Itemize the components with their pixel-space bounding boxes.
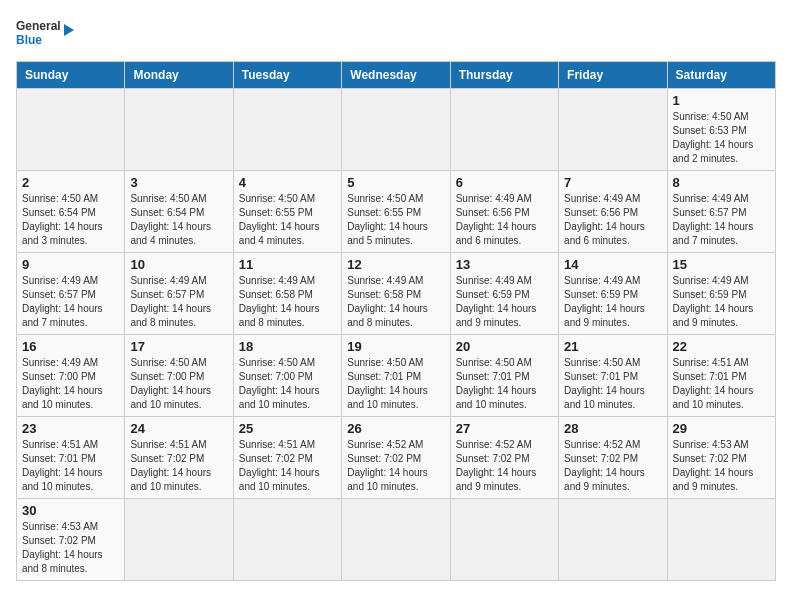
day-cell bbox=[667, 499, 775, 581]
day-number: 30 bbox=[22, 503, 119, 518]
day-info: Sunrise: 4:51 AM Sunset: 7:01 PM Dayligh… bbox=[673, 356, 770, 412]
day-cell: 14Sunrise: 4:49 AM Sunset: 6:59 PM Dayli… bbox=[559, 253, 667, 335]
day-number: 8 bbox=[673, 175, 770, 190]
day-info: Sunrise: 4:52 AM Sunset: 7:02 PM Dayligh… bbox=[347, 438, 444, 494]
day-info: Sunrise: 4:49 AM Sunset: 6:59 PM Dayligh… bbox=[564, 274, 661, 330]
day-cell: 27Sunrise: 4:52 AM Sunset: 7:02 PM Dayli… bbox=[450, 417, 558, 499]
day-info: Sunrise: 4:50 AM Sunset: 6:54 PM Dayligh… bbox=[22, 192, 119, 248]
weekday-header-saturday: Saturday bbox=[667, 62, 775, 89]
day-info: Sunrise: 4:53 AM Sunset: 7:02 PM Dayligh… bbox=[22, 520, 119, 576]
day-cell bbox=[559, 89, 667, 171]
day-cell: 2Sunrise: 4:50 AM Sunset: 6:54 PM Daylig… bbox=[17, 171, 125, 253]
day-cell: 8Sunrise: 4:49 AM Sunset: 6:57 PM Daylig… bbox=[667, 171, 775, 253]
svg-marker-2 bbox=[64, 24, 74, 36]
day-number: 6 bbox=[456, 175, 553, 190]
day-cell: 16Sunrise: 4:49 AM Sunset: 7:00 PM Dayli… bbox=[17, 335, 125, 417]
day-cell: 24Sunrise: 4:51 AM Sunset: 7:02 PM Dayli… bbox=[125, 417, 233, 499]
week-row-0: 1Sunrise: 4:50 AM Sunset: 6:53 PM Daylig… bbox=[17, 89, 776, 171]
calendar-table: SundayMondayTuesdayWednesdayThursdayFrid… bbox=[16, 61, 776, 581]
week-row-4: 23Sunrise: 4:51 AM Sunset: 7:01 PM Dayli… bbox=[17, 417, 776, 499]
day-cell: 22Sunrise: 4:51 AM Sunset: 7:01 PM Dayli… bbox=[667, 335, 775, 417]
day-info: Sunrise: 4:50 AM Sunset: 7:01 PM Dayligh… bbox=[564, 356, 661, 412]
day-info: Sunrise: 4:50 AM Sunset: 7:01 PM Dayligh… bbox=[347, 356, 444, 412]
day-info: Sunrise: 4:49 AM Sunset: 6:58 PM Dayligh… bbox=[347, 274, 444, 330]
day-number: 10 bbox=[130, 257, 227, 272]
day-cell: 1Sunrise: 4:50 AM Sunset: 6:53 PM Daylig… bbox=[667, 89, 775, 171]
day-number: 11 bbox=[239, 257, 336, 272]
week-row-2: 9Sunrise: 4:49 AM Sunset: 6:57 PM Daylig… bbox=[17, 253, 776, 335]
day-info: Sunrise: 4:51 AM Sunset: 7:01 PM Dayligh… bbox=[22, 438, 119, 494]
day-number: 21 bbox=[564, 339, 661, 354]
day-number: 20 bbox=[456, 339, 553, 354]
day-number: 27 bbox=[456, 421, 553, 436]
day-info: Sunrise: 4:53 AM Sunset: 7:02 PM Dayligh… bbox=[673, 438, 770, 494]
day-cell: 13Sunrise: 4:49 AM Sunset: 6:59 PM Dayli… bbox=[450, 253, 558, 335]
day-info: Sunrise: 4:50 AM Sunset: 6:55 PM Dayligh… bbox=[239, 192, 336, 248]
svg-text:General: General bbox=[16, 19, 61, 33]
day-number: 26 bbox=[347, 421, 444, 436]
day-cell bbox=[125, 89, 233, 171]
day-info: Sunrise: 4:50 AM Sunset: 7:00 PM Dayligh… bbox=[130, 356, 227, 412]
day-cell: 17Sunrise: 4:50 AM Sunset: 7:00 PM Dayli… bbox=[125, 335, 233, 417]
week-row-3: 16Sunrise: 4:49 AM Sunset: 7:00 PM Dayli… bbox=[17, 335, 776, 417]
day-number: 16 bbox=[22, 339, 119, 354]
day-info: Sunrise: 4:51 AM Sunset: 7:02 PM Dayligh… bbox=[130, 438, 227, 494]
day-cell: 26Sunrise: 4:52 AM Sunset: 7:02 PM Dayli… bbox=[342, 417, 450, 499]
day-cell bbox=[233, 499, 341, 581]
weekday-header-sunday: Sunday bbox=[17, 62, 125, 89]
day-info: Sunrise: 4:50 AM Sunset: 7:00 PM Dayligh… bbox=[239, 356, 336, 412]
day-info: Sunrise: 4:50 AM Sunset: 6:55 PM Dayligh… bbox=[347, 192, 444, 248]
day-info: Sunrise: 4:50 AM Sunset: 6:54 PM Dayligh… bbox=[130, 192, 227, 248]
weekday-header-monday: Monday bbox=[125, 62, 233, 89]
day-cell: 15Sunrise: 4:49 AM Sunset: 6:59 PM Dayli… bbox=[667, 253, 775, 335]
day-number: 15 bbox=[673, 257, 770, 272]
weekday-header-thursday: Thursday bbox=[450, 62, 558, 89]
day-info: Sunrise: 4:52 AM Sunset: 7:02 PM Dayligh… bbox=[456, 438, 553, 494]
day-cell: 9Sunrise: 4:49 AM Sunset: 6:57 PM Daylig… bbox=[17, 253, 125, 335]
day-info: Sunrise: 4:49 AM Sunset: 6:57 PM Dayligh… bbox=[130, 274, 227, 330]
day-number: 5 bbox=[347, 175, 444, 190]
day-cell: 11Sunrise: 4:49 AM Sunset: 6:58 PM Dayli… bbox=[233, 253, 341, 335]
day-cell: 29Sunrise: 4:53 AM Sunset: 7:02 PM Dayli… bbox=[667, 417, 775, 499]
day-number: 3 bbox=[130, 175, 227, 190]
day-cell bbox=[450, 499, 558, 581]
day-info: Sunrise: 4:52 AM Sunset: 7:02 PM Dayligh… bbox=[564, 438, 661, 494]
day-cell bbox=[559, 499, 667, 581]
day-info: Sunrise: 4:49 AM Sunset: 7:00 PM Dayligh… bbox=[22, 356, 119, 412]
day-cell: 25Sunrise: 4:51 AM Sunset: 7:02 PM Dayli… bbox=[233, 417, 341, 499]
day-cell: 21Sunrise: 4:50 AM Sunset: 7:01 PM Dayli… bbox=[559, 335, 667, 417]
day-number: 13 bbox=[456, 257, 553, 272]
day-number: 9 bbox=[22, 257, 119, 272]
svg-text:Blue: Blue bbox=[16, 33, 42, 47]
day-number: 29 bbox=[673, 421, 770, 436]
week-row-5: 30Sunrise: 4:53 AM Sunset: 7:02 PM Dayli… bbox=[17, 499, 776, 581]
day-cell bbox=[233, 89, 341, 171]
day-number: 1 bbox=[673, 93, 770, 108]
weekday-header-row: SundayMondayTuesdayWednesdayThursdayFrid… bbox=[17, 62, 776, 89]
day-cell: 19Sunrise: 4:50 AM Sunset: 7:01 PM Dayli… bbox=[342, 335, 450, 417]
day-cell: 4Sunrise: 4:50 AM Sunset: 6:55 PM Daylig… bbox=[233, 171, 341, 253]
day-cell: 10Sunrise: 4:49 AM Sunset: 6:57 PM Dayli… bbox=[125, 253, 233, 335]
day-number: 24 bbox=[130, 421, 227, 436]
logo-svg: GeneralBlue bbox=[16, 16, 76, 51]
day-number: 7 bbox=[564, 175, 661, 190]
day-cell bbox=[342, 89, 450, 171]
day-info: Sunrise: 4:49 AM Sunset: 6:58 PM Dayligh… bbox=[239, 274, 336, 330]
day-number: 14 bbox=[564, 257, 661, 272]
day-info: Sunrise: 4:49 AM Sunset: 6:59 PM Dayligh… bbox=[456, 274, 553, 330]
day-cell: 20Sunrise: 4:50 AM Sunset: 7:01 PM Dayli… bbox=[450, 335, 558, 417]
day-info: Sunrise: 4:49 AM Sunset: 6:56 PM Dayligh… bbox=[456, 192, 553, 248]
day-number: 2 bbox=[22, 175, 119, 190]
day-cell bbox=[17, 89, 125, 171]
day-number: 17 bbox=[130, 339, 227, 354]
day-cell: 5Sunrise: 4:50 AM Sunset: 6:55 PM Daylig… bbox=[342, 171, 450, 253]
day-info: Sunrise: 4:50 AM Sunset: 6:53 PM Dayligh… bbox=[673, 110, 770, 166]
week-row-1: 2Sunrise: 4:50 AM Sunset: 6:54 PM Daylig… bbox=[17, 171, 776, 253]
day-info: Sunrise: 4:49 AM Sunset: 6:56 PM Dayligh… bbox=[564, 192, 661, 248]
day-cell bbox=[342, 499, 450, 581]
day-cell: 3Sunrise: 4:50 AM Sunset: 6:54 PM Daylig… bbox=[125, 171, 233, 253]
logo: GeneralBlue bbox=[16, 16, 76, 51]
day-cell bbox=[125, 499, 233, 581]
day-number: 4 bbox=[239, 175, 336, 190]
page-header: GeneralBlue bbox=[16, 16, 776, 51]
